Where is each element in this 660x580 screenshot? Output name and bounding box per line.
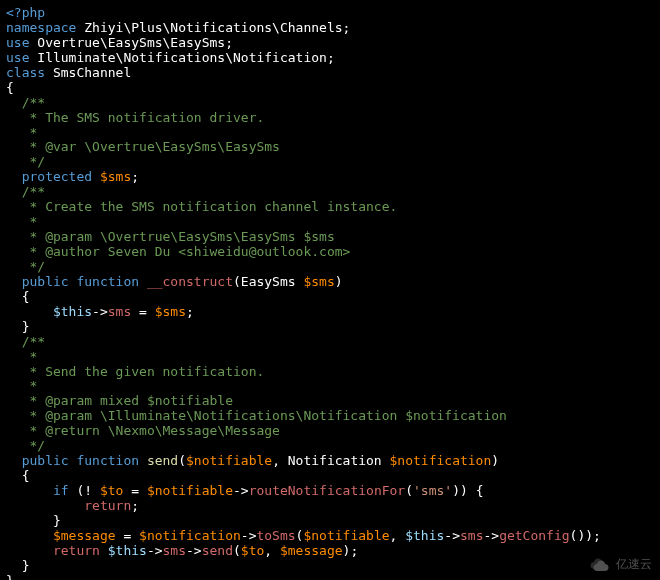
open-brace: { (6, 80, 14, 95)
variable-notifiable: $notifiable (147, 483, 233, 498)
paren-close: ()); (570, 528, 601, 543)
arrow-operator: -> (92, 304, 108, 319)
comment: * @return \Nexmo\Message\Message (6, 423, 280, 438)
getconfig-method: getConfig (499, 528, 569, 543)
close-brace: } (6, 558, 29, 573)
variable-notification: $notification (390, 453, 492, 468)
property-sms: sms (460, 528, 483, 543)
code-line: if (! $to = $notifiable->routeNotificati… (6, 484, 654, 499)
comment: */ (6, 438, 45, 453)
comment: * (6, 125, 37, 140)
code-line: public function send($notifiable, Notifi… (6, 454, 654, 469)
comment: * (6, 378, 37, 393)
code-line: namespace Zhiyi\Plus\Notifications\Chann… (6, 21, 654, 36)
arrow-operator: -> (186, 543, 202, 558)
paren-brace: )) { (452, 483, 483, 498)
equals: = (131, 304, 154, 319)
code-line: * @author Seven Du <shiweidu@outlook.com… (6, 245, 654, 260)
php-open-tag: <?php (6, 5, 45, 20)
property-sms: sms (108, 304, 131, 319)
code-line: * (6, 126, 654, 141)
variable-sms: $sms (303, 274, 334, 289)
comment: * @var \Overtrue\EasySms\EasySms (6, 139, 280, 154)
comment: * @param \Illuminate\Notifications\Notif… (6, 408, 507, 423)
paren-close: ) (335, 274, 343, 289)
comment: * (6, 349, 37, 364)
return-keyword: return (6, 543, 108, 558)
code-line: $message = $notification->toSms($notifia… (6, 529, 654, 544)
equals: = (123, 483, 146, 498)
code-line: */ (6, 155, 654, 170)
code-line: * @param mixed $notifiable (6, 394, 654, 409)
return-keyword: return (6, 498, 131, 513)
equals: = (116, 528, 139, 543)
paren-open: ( (233, 543, 241, 558)
code-line: <?php (6, 6, 654, 21)
cloud-icon (588, 558, 612, 572)
code-line: */ (6, 439, 654, 454)
construct-method: __construct (147, 274, 233, 289)
code-line: /** (6, 335, 654, 350)
code-line: use Overtrue\EasySms\EasySms; (6, 36, 654, 51)
arrow-operator: -> (444, 528, 460, 543)
comment: * Send the given notification. (6, 364, 264, 379)
comma: , (390, 528, 406, 543)
variable-to: $to (241, 543, 264, 558)
use-keyword: use (6, 50, 29, 65)
variable-notifiable: $notifiable (303, 528, 389, 543)
code-line: */ (6, 260, 654, 275)
if-keyword: if (6, 483, 69, 498)
arrow-operator: -> (233, 483, 249, 498)
variable-sms: $sms (155, 304, 186, 319)
code-line: * Create the SMS notification channel in… (6, 200, 654, 215)
code-line: class SmsChannel (6, 66, 654, 81)
watermark: 亿速云 (588, 558, 652, 572)
open-brace: { (6, 468, 29, 483)
arrow-operator: -> (147, 543, 163, 558)
comment: */ (6, 154, 45, 169)
code-line: /** (6, 96, 654, 111)
code-line: return; (6, 499, 654, 514)
semicolon: ; (131, 498, 139, 513)
semicolon: ; (186, 304, 194, 319)
code-line: * (6, 215, 654, 230)
public-function-keyword: public function (6, 453, 147, 468)
code-line: * The SMS notification driver. (6, 111, 654, 126)
code-line: protected $sms; (6, 170, 654, 185)
code-line: } (6, 574, 654, 580)
comment: */ (6, 259, 45, 274)
code-line: { (6, 469, 654, 484)
code-line: public function __construct(EasySms $sms… (6, 275, 654, 290)
namespace-keyword: namespace (6, 20, 76, 35)
comment: /** (6, 95, 45, 110)
semicolon: ; (131, 169, 139, 184)
code-line: } (6, 514, 654, 529)
comment: /** (6, 334, 45, 349)
paren-close: ) (491, 453, 499, 468)
code-line: * (6, 350, 654, 365)
tosms-method: toSms (256, 528, 295, 543)
this-variable: $this (6, 304, 92, 319)
send-method: send (147, 453, 178, 468)
comment: * @param \Overtrue\EasySms\EasySms $sms (6, 229, 335, 244)
this-variable: $this (108, 543, 147, 558)
arrow-operator: -> (241, 528, 257, 543)
close-brace: } (6, 319, 29, 334)
close-brace: } (6, 573, 14, 580)
code-line: { (6, 290, 654, 305)
route-notification-method: routeNotificationFor (249, 483, 406, 498)
code-line: return $this->sms->send($to, $message); (6, 544, 654, 559)
variable-sms: $sms (100, 169, 131, 184)
variable-message: $message (280, 543, 343, 558)
comment: /** (6, 184, 45, 199)
watermark-text: 亿速云 (616, 558, 652, 572)
paren-open: ( (405, 483, 413, 498)
use-keyword: use (6, 35, 29, 50)
send-method-call: send (202, 543, 233, 558)
class-name: SmsChannel (45, 65, 131, 80)
comma: , (264, 543, 280, 558)
code-line: * @param \Overtrue\EasySms\EasySms $sms (6, 230, 654, 245)
use-path: Illuminate\Notifications\Notification; (29, 50, 334, 65)
paren-open: ( (178, 453, 186, 468)
code-line: * @param \Illuminate\Notifications\Notif… (6, 409, 654, 424)
